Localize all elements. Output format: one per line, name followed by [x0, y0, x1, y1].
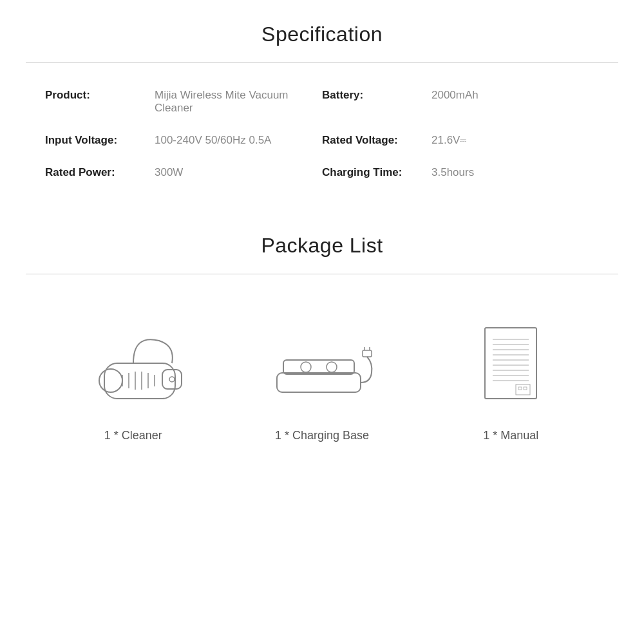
spec-row-3: Rated Power: 300W Charging Time: 3.5hour… — [45, 166, 599, 179]
charging-base-image — [258, 313, 386, 416]
package-list-title: Package List — [26, 211, 618, 274]
charging-time-value: 3.5hours — [431, 166, 474, 179]
svg-rect-28 — [518, 387, 522, 390]
page: Specification Product: Mijia Wireless Mi… — [0, 0, 644, 644]
spec-left-1: Product: Mijia Wireless Mite Vacuum Clea… — [45, 89, 322, 115]
svg-rect-17 — [485, 328, 536, 399]
svg-point-1 — [99, 369, 122, 392]
svg-rect-10 — [277, 373, 361, 392]
package-item-cleaner: 1 * Cleaner — [69, 313, 198, 442]
spec-row-1: Product: Mijia Wireless Mite Vacuum Clea… — [45, 89, 599, 115]
product-label: Product: — [45, 89, 142, 102]
svg-point-12 — [301, 362, 311, 372]
input-voltage-value: 100-240V 50/60Hz 0.5A — [155, 134, 271, 147]
manual-image — [446, 313, 575, 416]
spec-row-2: Input Voltage: 100-240V 50/60Hz 0.5A Rat… — [45, 134, 599, 147]
spec-left-2: Input Voltage: 100-240V 50/60Hz 0.5A — [45, 134, 322, 147]
svg-rect-2 — [162, 370, 182, 389]
package-divider — [26, 274, 618, 274]
charging-time-label: Charging Time: — [322, 166, 419, 179]
rated-voltage-value: 21.6V⎓ — [431, 134, 466, 147]
spec-table: Product: Mijia Wireless Mite Vacuum Clea… — [26, 82, 618, 185]
spec-divider — [26, 62, 618, 63]
rated-power-label: Rated Power: — [45, 166, 142, 179]
battery-value: 2000mAh — [431, 89, 478, 102]
cleaner-label: 1 * Cleaner — [104, 429, 162, 442]
cleaner-image — [69, 313, 198, 416]
manual-label: 1 * Manual — [483, 429, 538, 442]
package-item-manual: 1 * Manual — [446, 313, 575, 442]
svg-point-13 — [327, 362, 337, 372]
svg-rect-14 — [363, 350, 372, 357]
spec-right-1: Battery: 2000mAh — [322, 89, 599, 115]
battery-label: Battery: — [322, 89, 419, 102]
input-voltage-label: Input Voltage: — [45, 134, 142, 147]
charging-base-label: 1 * Charging Base — [275, 429, 369, 442]
svg-rect-29 — [524, 387, 527, 390]
spec-right-2: Rated Voltage: 21.6V⎓ — [322, 134, 599, 147]
svg-rect-11 — [283, 360, 354, 374]
package-items: 1 * Cleaner — [26, 294, 618, 455]
svg-rect-27 — [516, 384, 530, 395]
spec-right-3: Charging Time: 3.5hours — [322, 166, 599, 179]
svg-rect-0 — [104, 363, 175, 399]
specification-section: Specification Product: Mijia Wireless Mi… — [26, 0, 618, 185]
rated-voltage-label: Rated Voltage: — [322, 134, 419, 147]
package-item-charging-base: 1 * Charging Base — [258, 313, 386, 442]
specification-title: Specification — [26, 0, 618, 62]
spec-left-3: Rated Power: 300W — [45, 166, 322, 179]
svg-point-9 — [169, 377, 175, 382]
package-section: Package List — [26, 211, 618, 455]
rated-power-value: 300W — [155, 166, 183, 179]
product-value: Mijia Wireless Mite Vacuum Cleaner — [155, 89, 322, 115]
